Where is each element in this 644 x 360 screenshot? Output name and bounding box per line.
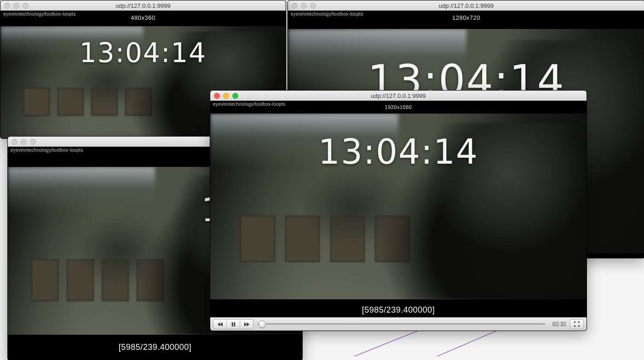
seek-track <box>257 323 545 325</box>
svg-rect-5 <box>234 322 235 326</box>
svg-marker-2 <box>218 322 220 326</box>
window-title: udp://127.0.0.1:9999 <box>210 92 586 99</box>
window-title: udp://127.0.0.1:9999 <box>288 2 644 9</box>
zoom-icon[interactable] <box>23 3 29 9</box>
timecode-overlay: 13:04:14 <box>0 37 286 69</box>
traffic-lights <box>214 93 238 99</box>
svg-line-1 <box>437 329 501 356</box>
pause-button[interactable] <box>227 320 240 329</box>
seek-thumb[interactable] <box>259 320 266 328</box>
zoom-icon[interactable] <box>310 3 316 9</box>
zoom-icon[interactable] <box>232 93 238 99</box>
close-icon[interactable] <box>292 3 298 9</box>
transport-buttons <box>213 319 253 329</box>
traffic-lights <box>12 139 36 145</box>
close-icon[interactable] <box>214 93 220 99</box>
svg-marker-7 <box>247 322 249 326</box>
minimize-icon[interactable] <box>21 139 27 145</box>
svg-marker-6 <box>244 322 247 326</box>
close-icon[interactable] <box>4 3 10 9</box>
player-window-1920[interactable]: udp://127.0.0.1:9999 eyevinntechnology/t… <box>210 90 587 331</box>
watermark-label: eyevinntechnology/toolbox-loopts <box>11 148 83 153</box>
traffic-lights <box>292 3 316 9</box>
video-area: eyevinntechnology/toolbox-loopts 1920x10… <box>210 101 586 318</box>
frame-counter: [5985/239.400000] <box>210 305 586 315</box>
titlebar[interactable]: udp://127.0.0.1:9999 <box>0 0 286 11</box>
desktop: udp://127.0.0.1:9999 eyevinntechnology/t… <box>0 0 644 360</box>
traffic-lights <box>4 3 29 9</box>
svg-line-0 <box>354 329 423 356</box>
player-controls: 02:32 <box>210 317 586 331</box>
fullscreen-button[interactable] <box>570 319 584 329</box>
seek-slider[interactable] <box>257 323 545 326</box>
fast-forward-button[interactable] <box>240 320 253 329</box>
video-frame: 13:04:14 <box>210 114 586 299</box>
svg-rect-4 <box>231 322 233 326</box>
titlebar[interactable]: udp://127.0.0.1:9999 <box>288 0 644 11</box>
background-lines <box>350 329 511 360</box>
minimize-icon[interactable] <box>223 93 229 99</box>
frame-counter: [5985/239.400000] <box>8 343 302 352</box>
window-title: udp://127.0.0.1:9999 <box>0 2 286 9</box>
zoom-icon[interactable] <box>30 139 36 145</box>
resolution-label: 1920x1080 <box>210 104 586 110</box>
timecode-overlay: 13:04:14 <box>210 132 586 171</box>
close-icon[interactable] <box>12 139 17 145</box>
titlebar[interactable]: udp://127.0.0.1:9999 <box>210 91 586 101</box>
rewind-button[interactable] <box>213 320 227 329</box>
svg-marker-3 <box>220 322 223 326</box>
minimize-icon[interactable] <box>13 3 19 9</box>
time-readout: 02:32 <box>549 321 566 327</box>
resolution-label: 1280x720 <box>288 14 644 21</box>
resolution-label: 480x360 <box>0 14 286 21</box>
minimize-icon[interactable] <box>301 3 307 9</box>
